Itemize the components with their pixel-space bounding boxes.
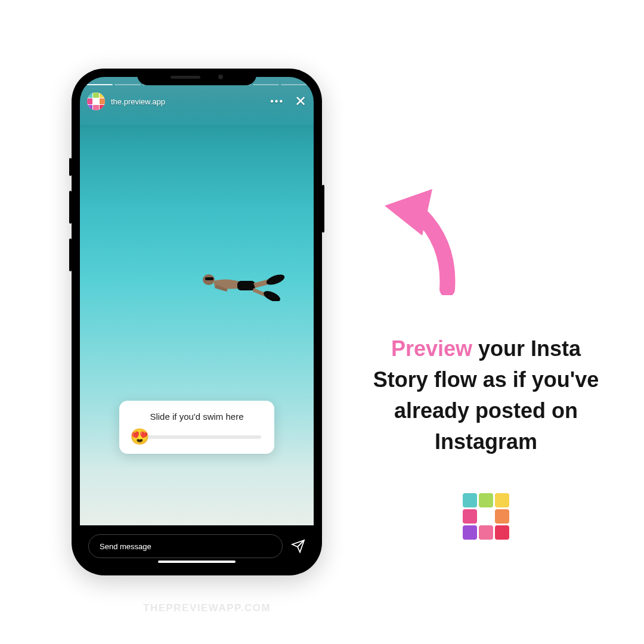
progress-segment <box>253 84 278 85</box>
phone-notch <box>137 69 256 85</box>
phone-side-buttons-left <box>69 158 72 286</box>
svg-point-3 <box>262 289 282 301</box>
home-indicator[interactable] <box>158 561 236 563</box>
user-avatar[interactable] <box>87 92 105 110</box>
phone-frame: the.preview.app ••• ✕ Slide if you'd swi… <box>72 69 322 575</box>
progress-segment <box>87 84 113 85</box>
emoji-slider-sticker[interactable]: Slide if you'd swim here 😍 <box>119 401 274 454</box>
svg-rect-1 <box>237 281 255 290</box>
progress-segment <box>114 84 140 85</box>
svg-point-2 <box>265 273 286 287</box>
username-label[interactable]: the.preview.app <box>111 97 165 106</box>
promo-container: the.preview.app ••• ✕ Slide if you'd swi… <box>0 0 644 644</box>
send-icon[interactable] <box>291 539 305 553</box>
heart-eyes-emoji-icon[interactable]: 😍 <box>130 428 149 446</box>
more-options-icon[interactable]: ••• <box>270 96 284 107</box>
phone-side-buttons-right <box>322 185 324 233</box>
brand-logo <box>364 493 608 540</box>
phone-section: the.preview.app ••• ✕ Slide if you'd swi… <box>36 69 322 575</box>
story-user-row: the.preview.app ••• ✕ <box>87 92 306 110</box>
close-icon[interactable]: ✕ <box>295 93 306 110</box>
message-input[interactable]: Send message <box>88 534 283 558</box>
message-placeholder: Send message <box>100 542 151 551</box>
progress-segment <box>281 84 306 85</box>
watermark-text: THEPREVIEWAPP.COM <box>143 602 271 614</box>
arrow-icon <box>370 176 608 298</box>
caption-highlight: Preview <box>391 336 472 361</box>
phone-screen: the.preview.app ••• ✕ Slide if you'd swi… <box>80 77 314 567</box>
slider-track[interactable]: 😍 <box>132 431 261 443</box>
svg-rect-4 <box>205 277 213 280</box>
slider-prompt-text: Slide if you'd swim here <box>132 411 261 422</box>
story-background-diver <box>185 265 292 301</box>
story-viewport[interactable]: the.preview.app ••• ✕ Slide if you'd swi… <box>80 77 314 525</box>
caption-section: Preview your Insta Story flow as if you'… <box>322 104 608 540</box>
promo-caption: Preview your Insta Story flow as if you'… <box>364 333 608 458</box>
